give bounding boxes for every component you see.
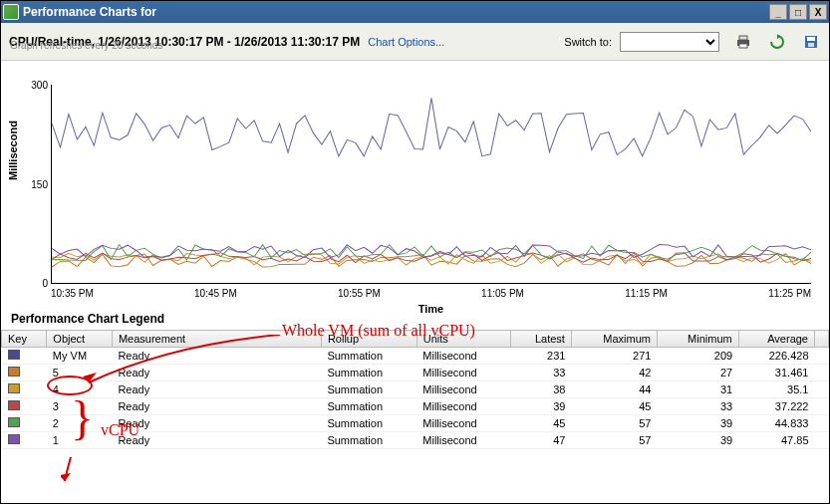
x-tick: 11:15 PM — [625, 288, 668, 299]
table-row[interactable]: 5ReadySummationMillisecond33422731.461 — [2, 365, 829, 381]
chart-lines — [52, 85, 811, 283]
titlebar: Performance Charts for _ □ X — [1, 1, 829, 23]
annotation-arrow-down — [61, 457, 81, 487]
key-swatch — [8, 367, 20, 377]
save-icon[interactable] — [801, 32, 821, 52]
key-swatch — [8, 417, 20, 427]
key-swatch — [8, 350, 20, 360]
y-tick: 150 — [20, 178, 48, 189]
table-row[interactable]: 4ReadySummationMillisecond38443135.1 — [2, 381, 829, 398]
x-tick: 11:05 PM — [481, 288, 524, 299]
cell-units: Millisecond — [416, 398, 510, 415]
cell-minimum: 33 — [657, 398, 738, 415]
chart-plot[interactable]: 300 150 0 — [51, 85, 811, 284]
maximize-button[interactable]: □ — [789, 4, 807, 20]
switch-to-select[interactable] — [620, 32, 719, 52]
col-measurement[interactable]: Measurement — [112, 331, 321, 348]
cell-maximum: 57 — [571, 432, 657, 449]
col-key[interactable]: Key — [2, 331, 47, 348]
cell-rollup: Summation — [321, 432, 416, 449]
cell-latest: 231 — [511, 348, 572, 365]
annotation-brace: } — [71, 399, 94, 437]
cell-object: My VM — [47, 348, 113, 365]
cell-maximum: 42 — [571, 365, 657, 381]
cell-minimum: 27 — [657, 365, 738, 381]
x-ticks: 10:35 PM10:45 PM10:55 PM11:05 PM11:15 PM… — [51, 284, 811, 299]
window-buttons: _ □ X — [769, 4, 827, 20]
app-icon — [3, 4, 19, 20]
cell-units: Millisecond — [416, 381, 510, 398]
table-row[interactable]: 1ReadySummationMillisecond47573947.85 — [2, 432, 829, 449]
cell-units: Millisecond — [416, 348, 510, 365]
cell-measurement: Ready — [112, 398, 321, 415]
print-icon[interactable] — [733, 32, 753, 52]
refresh-icon[interactable] — [767, 32, 787, 52]
table-row[interactable]: My VMReadySummationMillisecond2312712092… — [2, 348, 829, 365]
cell-rollup: Summation — [321, 415, 416, 432]
svg-rect-2 — [739, 44, 747, 48]
x-tick: 10:35 PM — [51, 288, 94, 299]
close-button[interactable]: X — [809, 4, 827, 20]
cell-latest: 33 — [511, 365, 572, 381]
cell-latest: 45 — [511, 415, 572, 432]
cell-maximum: 57 — [571, 415, 657, 432]
key-swatch — [8, 383, 20, 393]
y-tick: 0 — [20, 278, 48, 289]
cell-maximum: 45 — [571, 398, 657, 415]
cell-units: Millisecond — [416, 365, 510, 381]
cell-measurement: Ready — [112, 381, 321, 398]
cell-measurement: Ready — [112, 365, 321, 381]
cell-rollup: Summation — [321, 398, 416, 415]
cell-measurement: Ready — [112, 348, 321, 365]
cell-minimum: 31 — [657, 381, 738, 398]
refresh-note: Graph refreshes every 20 seconds — [10, 40, 162, 51]
minimize-button[interactable]: _ — [769, 4, 787, 20]
col-maximum[interactable]: Maximum — [571, 331, 657, 348]
cell-minimum: 39 — [657, 415, 738, 432]
key-swatch — [8, 434, 20, 444]
table-row[interactable]: 2ReadySummationMillisecond45573944.833 — [2, 415, 829, 432]
y-tick: 300 — [20, 80, 48, 91]
cell-latest: 39 — [511, 398, 572, 415]
key-swatch — [8, 400, 20, 410]
cell-latest: 38 — [511, 381, 572, 398]
cell-units: Millisecond — [416, 415, 510, 432]
cell-average: 35.1 — [738, 381, 814, 398]
chart-options-link[interactable]: Chart Options... — [368, 36, 444, 48]
cell-average: 226.428 — [738, 348, 814, 365]
table-row[interactable]: 3ReadySummationMillisecond39453337.222 — [2, 398, 829, 415]
col-latest[interactable]: Latest — [511, 331, 572, 348]
svg-rect-1 — [739, 36, 747, 40]
cell-measurement: Ready — [112, 432, 321, 449]
x-axis-label: Time — [51, 303, 811, 315]
x-tick: 10:55 PM — [338, 288, 381, 299]
col-average[interactable]: Average — [738, 331, 814, 348]
x-tick: 11:25 PM — [768, 288, 811, 299]
col-object[interactable]: Object — [47, 331, 113, 348]
cell-maximum: 44 — [571, 381, 657, 398]
cell-rollup: Summation — [321, 348, 416, 365]
cell-units: Millisecond — [416, 432, 510, 449]
cell-average: 47.85 — [738, 432, 814, 449]
cell-rollup: Summation — [321, 381, 416, 398]
cell-average: 44.833 — [738, 415, 814, 432]
svg-rect-5 — [808, 43, 814, 47]
y-axis-label: Millisecond — [7, 121, 19, 180]
chart-area: Millisecond 300 150 0 10:35 PM10:45 PM10… — [1, 61, 829, 306]
cell-minimum: 209 — [657, 348, 738, 365]
cell-average: 37.222 — [738, 398, 814, 415]
cell-maximum: 271 — [571, 348, 657, 365]
legend-table: Key Object Measurement Rollup Units Late… — [1, 330, 829, 449]
col-units[interactable]: Units — [416, 331, 510, 348]
cell-rollup: Summation — [321, 365, 416, 381]
switch-to-label: Switch to: — [564, 36, 612, 48]
cell-latest: 47 — [511, 432, 572, 449]
col-rollup[interactable]: Rollup — [321, 331, 416, 348]
cell-measurement: Ready — [112, 415, 321, 432]
col-minimum[interactable]: Minimum — [657, 331, 738, 348]
col-scroll — [815, 331, 829, 348]
svg-rect-4 — [807, 37, 815, 41]
legend-header-row[interactable]: Key Object Measurement Rollup Units Late… — [2, 331, 829, 348]
window-title: Performance Charts for — [23, 5, 769, 19]
x-tick: 10:45 PM — [194, 288, 237, 299]
